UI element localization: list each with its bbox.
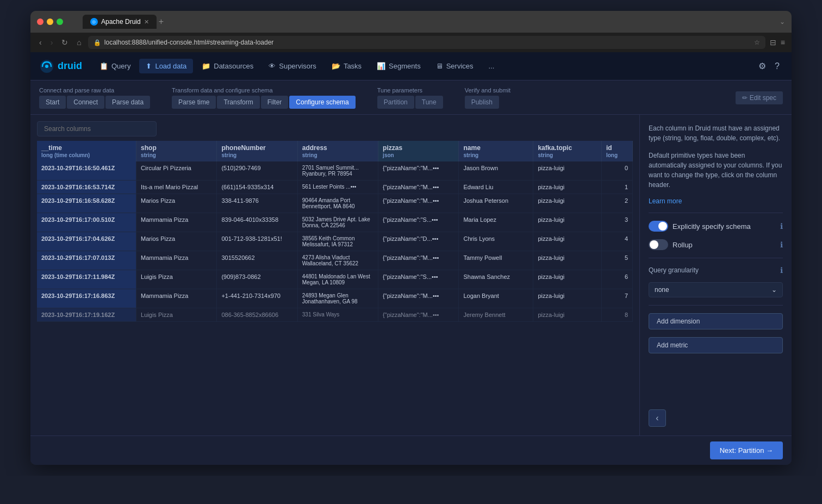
nav-services[interactable]: 🖥 Services	[429, 59, 480, 73]
next-partition-button[interactable]: Next: Partition →	[710, 441, 783, 459]
table-cell: 5032 James Drive Apt. Lake Donna, CA 225…	[297, 213, 378, 232]
step-publish[interactable]: Publish	[465, 96, 499, 109]
col-header-kafka[interactable]: kafka.topic string	[533, 141, 602, 161]
learn-more-link[interactable]: Learn more	[649, 197, 682, 205]
step-group-connect: Connect and parse raw data Start Connect…	[39, 87, 150, 109]
back-button-panel[interactable]: ‹	[649, 409, 666, 427]
search-columns-input[interactable]	[37, 121, 157, 136]
help-icon[interactable]: ?	[771, 58, 783, 74]
table-row: 2023-10-29T16:17:11.984ZLuigis Pizza(909…	[37, 270, 633, 289]
nav-load-data[interactable]: ⬆ Load data	[139, 59, 193, 73]
table-cell: (661)154-9335x314	[217, 181, 297, 194]
step-tune[interactable]: Tune	[415, 96, 443, 109]
nav-query[interactable]: 📋 Query	[93, 59, 137, 73]
edit-spec-button[interactable]: ✏ Edit spec	[736, 91, 783, 104]
traffic-lights	[37, 18, 63, 25]
table-cell: 8	[601, 308, 632, 322]
bottom-bar: Next: Partition →	[30, 435, 792, 465]
settings-icon[interactable]: ⚙	[755, 58, 769, 74]
table-cell: Luigis Pizza	[136, 308, 217, 322]
active-tab[interactable]: D Apache Druid ✕	[83, 15, 157, 29]
add-dimension-button[interactable]: Add dimension	[649, 313, 783, 329]
rollup-row: Rollup ℹ	[649, 239, 783, 250]
table-cell: Joshua Peterson	[459, 194, 533, 213]
load-data-icon: ⬆	[146, 62, 152, 70]
bookmark-icon[interactable]: ☆	[754, 39, 760, 46]
query-granularity-section: Query granularity ℹ	[649, 266, 783, 275]
col-header-name[interactable]: name string	[459, 141, 533, 161]
table-cell: 331 Silva Ways	[297, 308, 378, 322]
nav-segments[interactable]: 📊 Segments	[370, 59, 427, 73]
nav-more[interactable]: ...	[482, 59, 501, 73]
query-granularity-select[interactable]: none ⌄	[649, 282, 783, 297]
step-transform[interactable]: Transform	[217, 96, 259, 109]
minimize-button[interactable]	[47, 18, 53, 25]
more-icon: ...	[489, 62, 495, 70]
step-start[interactable]: Start	[39, 96, 66, 109]
tab-overflow-icon[interactable]: ⌄	[780, 18, 785, 26]
table-cell: 2023-10-29T16:17:04.626Z	[37, 232, 136, 251]
table-cell: Marios Pizza	[136, 194, 217, 213]
col-header-time[interactable]: __time long (time column)	[37, 141, 136, 161]
table-cell: {"pizzaName":"S...•••	[378, 270, 459, 289]
top-nav: druid 📋 Query ⬆ Load data 📁 Datasources …	[30, 52, 792, 80]
table-cell: pizza-luigi	[533, 232, 602, 251]
col-type-phone: string	[221, 152, 236, 158]
rollup-toggle-thumb	[650, 240, 658, 249]
col-header-address[interactable]: address string	[297, 141, 378, 161]
query-granularity-info-icon[interactable]: ℹ	[780, 266, 783, 275]
col-header-phone[interactable]: phoneNumber string	[217, 141, 297, 161]
table-cell: {"pizzaName":"S...•••	[378, 213, 459, 232]
back-button[interactable]: ‹	[37, 37, 44, 48]
rollup-toggle[interactable]	[649, 239, 668, 250]
nav-tasks[interactable]: 📂 Tasks	[325, 59, 368, 73]
url-text: localhost:8888/unified-console.html#stre…	[104, 39, 751, 46]
step-partition[interactable]: Partition	[377, 96, 414, 109]
rollup-info-icon[interactable]: ℹ	[780, 240, 783, 249]
nav-segments-label: Segments	[389, 62, 421, 70]
address-input[interactable]: 🔒 localhost:8888/unified-console.html#st…	[88, 36, 765, 49]
forward-button[interactable]: ›	[48, 37, 55, 48]
home-button[interactable]: ⌂	[74, 37, 83, 48]
new-tab-button[interactable]: +	[159, 17, 164, 27]
table-cell: 2023-10-29T16:17:11.984Z	[37, 270, 136, 289]
step-connect[interactable]: Connect	[67, 96, 104, 109]
col-header-pizzas[interactable]: pizzas json	[378, 141, 459, 161]
table-row: 2023-10-29T16:16:58.628ZMarios Pizza338-…	[37, 194, 633, 213]
add-metric-button[interactable]: Add metric	[649, 337, 783, 353]
explicit-schema-label: Explicitly specify schema	[672, 222, 751, 231]
table-cell: 4273 Alisha Viaduct Wallaceland, CT 3562…	[297, 251, 378, 270]
tab-close-icon[interactable]: ✕	[144, 18, 149, 26]
close-button[interactable]	[37, 18, 43, 25]
info-paragraph-1: Each column in Druid must have an assign…	[649, 123, 783, 143]
step-parse-time[interactable]: Parse time	[172, 96, 216, 109]
step-filter[interactable]: Filter	[261, 96, 289, 109]
table-cell: Maria Lopez	[459, 213, 533, 232]
step-group-transform: Transform data and configure schema Pars…	[172, 87, 356, 109]
table-row: 2023-10-29T16:17:16.863ZMammamia Pizza+1…	[37, 289, 633, 308]
col-header-id[interactable]: id long	[601, 141, 632, 161]
step-parse-data[interactable]: Parse data	[105, 96, 150, 109]
reload-button[interactable]: ↻	[59, 37, 70, 48]
tasks-icon: 📂	[332, 62, 340, 70]
nav-supervisors[interactable]: 👁 Supervisors	[262, 59, 323, 73]
col-name-id: id	[606, 144, 628, 152]
logo[interactable]: druid	[39, 59, 82, 74]
table-cell: 2023-10-29T16:17:00.510Z	[37, 213, 136, 232]
datasources-icon: 📁	[202, 62, 210, 70]
explicit-schema-info-icon[interactable]: ℹ	[780, 222, 783, 231]
divider-3	[649, 305, 783, 306]
step-configure-schema[interactable]: Configure schema	[289, 96, 355, 109]
col-name-kafka: kafka.topic	[538, 144, 597, 152]
table-cell: {"pizzaName":"M...•••	[378, 251, 459, 270]
explicit-schema-toggle[interactable]	[649, 221, 668, 232]
maximize-button[interactable]	[57, 18, 63, 25]
table-cell: pizza-luigi	[533, 251, 602, 270]
menu-icon[interactable]: ≡	[781, 38, 785, 47]
nav-datasources[interactable]: 📁 Datasources	[195, 59, 260, 73]
table-scroll-area[interactable]: __time long (time column) shop string ph…	[37, 141, 633, 322]
table-cell: Jason Brown	[459, 161, 533, 181]
col-header-shop[interactable]: shop string	[136, 141, 217, 161]
table-cell: 561 Lester Points ...•••	[297, 181, 378, 194]
table-cell: +1-441-210-7314x970	[217, 289, 297, 308]
